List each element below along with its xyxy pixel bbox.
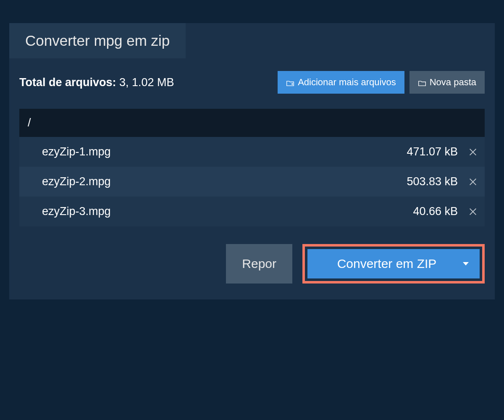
folder-plus-icon bbox=[286, 79, 294, 86]
panel-content: Total de arquivos: 3, 1.02 MB Adicionar … bbox=[9, 58, 495, 299]
file-size: 471.07 kB bbox=[407, 145, 458, 158]
file-row: ezyZip-1.mpg 471.07 kB bbox=[19, 137, 485, 167]
new-folder-button[interactable]: Nova pasta bbox=[410, 71, 485, 94]
total-files-label: Total de arquivos: 3, 1.02 MB bbox=[19, 76, 174, 89]
reset-button[interactable]: Repor bbox=[226, 244, 292, 284]
header-buttons: Adicionar mais arquivos Nova pasta bbox=[278, 71, 485, 94]
footer-actions: Repor Converter em ZIP bbox=[19, 244, 485, 291]
file-name: ezyZip-1.mpg bbox=[42, 145, 111, 158]
file-row: ezyZip-3.mpg 40.66 kB bbox=[19, 197, 485, 226]
convert-label: Converter em ZIP bbox=[337, 257, 437, 271]
converter-panel: Converter mpg em zip Total de arquivos: … bbox=[9, 23, 495, 299]
convert-button[interactable]: Converter em ZIP bbox=[307, 249, 480, 278]
new-folder-label: Nova pasta bbox=[430, 77, 476, 88]
remove-file-icon[interactable] bbox=[467, 206, 479, 218]
add-files-button[interactable]: Adicionar mais arquivos bbox=[278, 71, 404, 94]
file-list: ezyZip-1.mpg 471.07 kB ezyZip-2.mpg 503.… bbox=[19, 137, 485, 226]
file-row-right: 503.83 kB bbox=[407, 175, 479, 188]
file-row-right: 471.07 kB bbox=[407, 145, 479, 158]
remove-file-icon[interactable] bbox=[467, 176, 479, 188]
remove-file-icon[interactable] bbox=[467, 146, 479, 158]
header-row: Total de arquivos: 3, 1.02 MB Adicionar … bbox=[19, 71, 485, 94]
folder-icon bbox=[418, 79, 426, 86]
file-size: 40.66 kB bbox=[413, 205, 458, 218]
chevron-down-icon bbox=[463, 262, 469, 265]
add-files-label: Adicionar mais arquivos bbox=[298, 77, 396, 88]
total-files-value: 3, 1.02 MB bbox=[116, 76, 174, 89]
file-name: ezyZip-3.mpg bbox=[42, 205, 111, 218]
file-row: ezyZip-2.mpg 503.83 kB bbox=[19, 167, 485, 197]
tab-title: Converter mpg em zip bbox=[9, 23, 186, 58]
file-row-right: 40.66 kB bbox=[413, 205, 479, 218]
total-files-prefix: Total de arquivos: bbox=[19, 76, 116, 89]
breadcrumb[interactable]: / bbox=[19, 109, 485, 137]
file-name: ezyZip-2.mpg bbox=[42, 175, 111, 188]
convert-highlight-frame: Converter em ZIP bbox=[302, 244, 485, 284]
file-size: 503.83 kB bbox=[407, 175, 458, 188]
